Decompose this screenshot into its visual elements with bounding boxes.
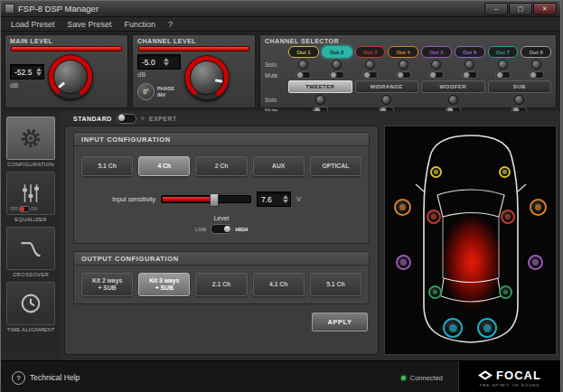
speaker-front-woofer-right[interactable] [530,199,547,216]
sidebar-item-time-alignment[interactable]: TIME ALIGNMENT [6,282,55,332]
speaker-front-woofer-left[interactable] [394,199,411,216]
input-2ch-button[interactable]: 2 Ch [195,156,247,176]
speaker-rear-mid-right[interactable] [499,285,512,299]
menu-load-preset[interactable]: Load Preset [5,20,61,29]
solo-knob-out-3[interactable] [365,60,375,70]
mute-toggle-out-6[interactable] [462,71,477,79]
solo-knob-sub[interactable] [514,95,524,105]
solo-knob-woofer[interactable] [448,95,458,105]
spinner-up-icon[interactable] [36,68,42,71]
apply-button[interactable]: APPLY [312,313,368,331]
technical-help-label: Technical Help [30,373,80,382]
spinner-down-icon[interactable] [283,200,288,203]
solo-knob-midrange[interactable] [381,95,391,105]
input-sensitivity-unit: V [296,195,301,203]
out-4-button[interactable]: Out 4 [388,46,418,58]
output-configuration-title: OUTPUT CONFIGURATION [81,255,179,263]
connection-status: Connected [401,374,443,382]
menu-function[interactable]: Function [118,20,163,29]
input-sensitivity-slider[interactable] [161,195,251,203]
mute-toggle-out-3[interactable] [362,71,378,79]
speaker-sub-right[interactable] [477,318,497,338]
mute-toggle-out-1[interactable] [296,71,311,79]
car-outline [385,126,557,355]
level-low-high-toggle[interactable] [211,224,232,234]
driver-woofer-button[interactable]: WOOFER [421,80,485,93]
driver-sub-button[interactable]: SUB [488,80,552,93]
solo-knob-tweeter[interactable] [315,95,325,105]
input-aux-button[interactable]: AUX [253,156,305,176]
spinner-down-icon[interactable] [36,72,42,76]
channel-level-knob[interactable] [184,55,230,100]
mute-toggle-out-8[interactable] [529,71,544,79]
focal-diamond-icon [478,370,493,380]
output-4-1ch-button[interactable]: 4.1 Ch [253,273,305,296]
minimize-button[interactable]: – [484,3,508,15]
out-3-button[interactable]: Out 3 [355,46,386,58]
car-view-panel [384,126,557,355]
mute-toggle-out-4[interactable] [396,71,411,79]
input-optical-button[interactable]: OPTICAL [310,156,361,176]
input-5-1ch-button[interactable]: 5.1 Ch [81,156,133,176]
main-level-value-spinner[interactable]: -52.5 [10,64,44,79]
solo-knob-out-2[interactable] [332,60,342,70]
slider-handle[interactable] [210,193,219,207]
knob-pointer-icon [58,82,65,89]
solo-knob-out-6[interactable] [464,60,474,70]
out-1-button[interactable]: Out 1 [288,46,319,58]
solo-label: Solo [265,97,288,103]
out-8-button[interactable]: Out 8 [521,46,551,58]
speaker-front-mid-left[interactable] [427,210,441,224]
output-2-1ch-button[interactable]: 2.1 Ch [195,273,247,296]
standard-expert-toggle[interactable] [117,114,136,124]
speaker-rear-right[interactable] [528,255,543,270]
main-level-knob[interactable] [48,54,93,99]
out-2-button[interactable]: Out 2 [322,46,352,58]
out-7-button[interactable]: Out 7 [488,46,519,58]
out-6-button[interactable]: Out 6 [455,46,485,58]
solo-knob-out-1[interactable] [298,60,308,70]
channel-level-meter [138,46,249,51]
menu-save-preset[interactable]: Save Preset [61,20,118,29]
driver-tweeter-button[interactable]: TWEETER [288,80,352,93]
speaker-sub-left[interactable] [443,318,463,338]
output-kit-3-ways-button[interactable]: Kit 3 ways + SUB [138,273,190,296]
output-kit-2-ways-button[interactable]: Kit 2 ways + SUB [81,273,133,296]
input-sensitivity-spinner[interactable]: 7.6 [257,191,291,207]
spinner-up-icon[interactable] [164,58,169,61]
solo-knob-out-8[interactable] [531,60,541,70]
eq-off-label: OFF [10,207,18,211]
speaker-front-mid-right[interactable] [501,210,515,224]
out-5-button[interactable]: Out 5 [421,46,452,58]
speaker-rear-left[interactable] [396,255,411,270]
main-level-meter [11,46,122,51]
solo-knob-out-5[interactable] [431,60,441,70]
mute-toggle-out-7[interactable] [495,71,511,79]
speaker-front-tweeter-right[interactable] [499,166,511,178]
channel-level-value-spinner[interactable]: -5.0 [137,54,181,70]
solo-knob-out-7[interactable] [498,60,508,70]
level-high-label: HIGH [236,227,249,232]
mute-label: Mute [265,72,288,79]
sidebar-item-crossover[interactable]: CROSSOVER [6,227,55,277]
spinner-down-icon[interactable] [164,62,169,66]
speaker-front-tweeter-left[interactable] [430,166,442,178]
output-5-1ch-button[interactable]: 5.1 Ch [310,273,361,296]
technical-help[interactable]: ? Technical Help [12,371,80,385]
input-4ch-button[interactable]: 4 Ch [138,156,190,176]
close-button[interactable]: ✕ [533,3,557,15]
driver-midrange-button[interactable]: MIDRANGE [355,80,419,93]
mute-toggle-out-2[interactable] [329,71,344,79]
equalizer-icon [19,182,42,205]
mute-toggle-out-5[interactable] [428,71,444,79]
menu-help[interactable]: ? [162,20,179,29]
solo-knob-out-4[interactable] [399,60,408,70]
phase-invert-button[interactable]: 0° [137,83,155,100]
spinner-up-icon[interactable] [283,195,288,199]
maximize-button[interactable]: ▢ [509,3,532,15]
sidebar-item-configuration[interactable]: CONFIGURATION [6,117,55,167]
speaker-rear-mid-left[interactable] [428,285,442,299]
eq-switch[interactable] [19,206,30,212]
equalizer-on-off-toggle[interactable]: OFF ON [10,206,37,212]
sidebar-item-equalizer[interactable]: OFF ON EQUALIZER [6,172,55,222]
